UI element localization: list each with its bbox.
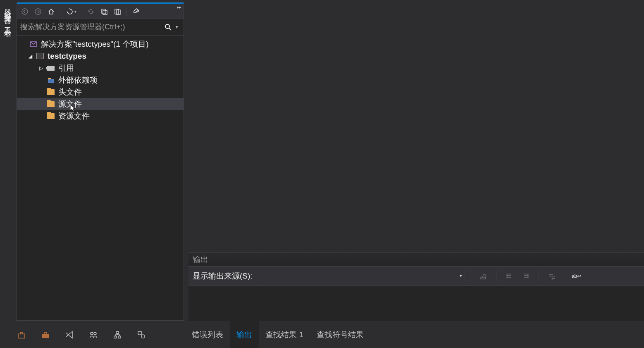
tree-headers-node[interactable]: ▶ 头文件 bbox=[17, 86, 184, 98]
vert-tab-toolbox[interactable]: 工具箱 bbox=[3, 21, 13, 26]
toolbox-icon-2[interactable] bbox=[41, 330, 50, 340]
toolbar-sep bbox=[60, 7, 60, 16]
tree-solution-node[interactable]: ▶ 解决方案"testctypes"(1 个项目) bbox=[17, 38, 184, 50]
vs-icon[interactable] bbox=[64, 330, 74, 340]
folder-icon bbox=[47, 100, 55, 108]
references-icon bbox=[47, 64, 55, 72]
tree-resources-node[interactable]: ▶ 资源文件 bbox=[17, 110, 184, 122]
indent-left-button[interactable] bbox=[502, 270, 515, 282]
project-icon bbox=[36, 52, 44, 60]
search-icon[interactable] bbox=[163, 24, 174, 31]
bottom-icon-group bbox=[0, 330, 185, 340]
solution-label: 解决方案"testctypes"(1 个项目) bbox=[41, 39, 149, 50]
team-icon[interactable] bbox=[88, 330, 98, 340]
svg-point-6 bbox=[165, 24, 169, 29]
svg-rect-10 bbox=[18, 334, 25, 338]
external-deps-icon bbox=[47, 76, 55, 84]
svg-rect-3 bbox=[103, 10, 107, 14]
svg-point-1 bbox=[35, 9, 41, 14]
svg-rect-15 bbox=[114, 336, 117, 338]
search-input[interactable] bbox=[20, 23, 163, 31]
output-titlebar: 输出 bbox=[188, 253, 644, 267]
home-button[interactable] bbox=[45, 6, 57, 17]
expander-icon[interactable]: ▷ bbox=[38, 65, 43, 71]
svg-point-18 bbox=[141, 335, 145, 338]
toolbox-icon[interactable] bbox=[17, 330, 26, 340]
tab-error-list[interactable]: 错误列表 bbox=[185, 321, 230, 348]
mouse-cursor bbox=[70, 104, 76, 112]
toolbar-sep bbox=[126, 7, 126, 16]
svg-rect-8 bbox=[48, 78, 51, 79]
search-dropdown-button[interactable]: ▾ bbox=[174, 24, 180, 30]
svg-rect-11 bbox=[42, 334, 49, 338]
project-label: testctypes bbox=[48, 52, 86, 61]
output-panel: 输出 显示输出来源(S): ▾ ab↩ bbox=[188, 252, 644, 321]
vertical-tabs: 器资源管理器 工具箱 bbox=[0, 0, 16, 321]
svg-rect-17 bbox=[138, 331, 141, 335]
toolbar-sep bbox=[496, 271, 496, 281]
solution-explorer-panel: ▾ ▸▸ ▾ ▶ 解决方案"testctypes"(1 个项目) bbox=[17, 2, 184, 321]
search-row: ▾ bbox=[17, 19, 184, 36]
vert-tab-explorer[interactable]: 器资源管理器 bbox=[3, 3, 13, 13]
folder-icon bbox=[47, 112, 55, 120]
svg-rect-2 bbox=[102, 9, 106, 13]
bottom-tabs: 错误列表 输出 查找结果 1 查找符号结果 bbox=[185, 321, 370, 348]
class-view-icon[interactable] bbox=[112, 330, 122, 340]
output-source-select[interactable]: ▾ bbox=[257, 270, 465, 282]
tree-project-node[interactable]: ◢ testctypes bbox=[17, 50, 184, 62]
resource-view-icon[interactable] bbox=[136, 330, 146, 340]
svg-point-12 bbox=[91, 332, 93, 335]
toolbar-sep bbox=[471, 271, 471, 281]
output-source-label: 显示输出来源(S): bbox=[193, 271, 253, 281]
toggle-wrap-button[interactable] bbox=[545, 270, 558, 282]
svg-rect-16 bbox=[118, 336, 121, 338]
tab-output[interactable]: 输出 bbox=[230, 321, 259, 348]
properties-button[interactable] bbox=[129, 6, 141, 17]
solution-tree: ▶ 解决方案"testctypes"(1 个项目) ◢ testctypes ▷… bbox=[17, 36, 184, 320]
bottom-bar: 错误列表 输出 查找结果 1 查找符号结果 bbox=[0, 321, 644, 348]
clear-output-button[interactable] bbox=[477, 270, 490, 282]
collapse-all-button[interactable] bbox=[98, 6, 110, 17]
external-deps-label: 外部依赖项 bbox=[58, 75, 98, 86]
back-button[interactable] bbox=[19, 6, 31, 17]
explorer-toolbar: ▾ ▸▸ bbox=[17, 4, 184, 19]
sync-button[interactable] bbox=[85, 6, 97, 17]
toolbar-sep bbox=[539, 271, 539, 281]
tab-find-symbol[interactable]: 查找符号结果 bbox=[310, 321, 370, 348]
forward-button[interactable] bbox=[32, 6, 44, 17]
toolbar-sep bbox=[82, 7, 82, 16]
chevron-down-icon: ▾ bbox=[460, 273, 462, 279]
output-body[interactable] bbox=[188, 286, 644, 321]
folder-icon bbox=[47, 88, 55, 96]
show-all-files-button[interactable] bbox=[111, 6, 124, 17]
tree-sources-node[interactable]: ▶ 源文件 bbox=[17, 98, 184, 110]
solution-icon bbox=[29, 40, 38, 48]
svg-point-13 bbox=[94, 332, 96, 335]
output-toolbar: 显示输出来源(S): ▾ ab↩ bbox=[188, 267, 644, 286]
output-title: 输出 bbox=[193, 254, 208, 265]
references-label: 引用 bbox=[58, 63, 74, 74]
tab-find-results[interactable]: 查找结果 1 bbox=[259, 321, 310, 348]
tree-references-node[interactable]: ▷ 引用 bbox=[17, 62, 184, 74]
svg-rect-9 bbox=[481, 277, 486, 279]
pending-changes-filter-button[interactable]: ▾ bbox=[63, 6, 79, 17]
headers-label: 头文件 bbox=[58, 87, 82, 98]
toolbar-overflow-button[interactable]: ▸▸ bbox=[177, 5, 181, 10]
tree-external-deps-node[interactable]: ▶ 外部依赖项 bbox=[17, 74, 184, 86]
indent-right-button[interactable] bbox=[520, 270, 533, 282]
toolbar-sep bbox=[564, 271, 564, 281]
expander-icon[interactable]: ◢ bbox=[28, 53, 33, 59]
svg-rect-14 bbox=[116, 331, 119, 334]
word-wrap-button[interactable]: ab↩ bbox=[570, 270, 583, 282]
svg-point-0 bbox=[22, 9, 28, 14]
editor-area bbox=[187, 0, 644, 251]
